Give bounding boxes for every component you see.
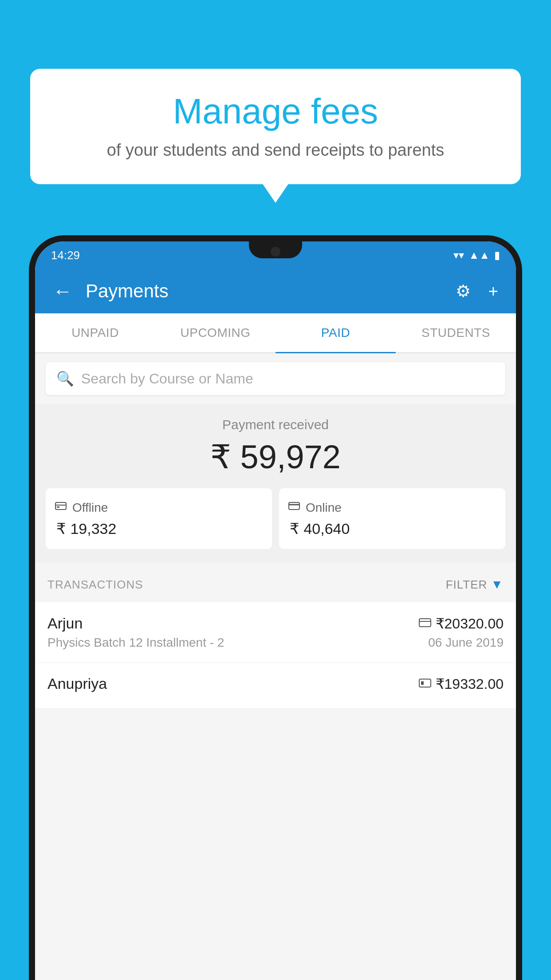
phone-notch	[249, 241, 302, 258]
filter-button[interactable]: FILTER ▼	[446, 577, 504, 592]
student-name: Arjun	[47, 615, 83, 632]
wifi-icon: ▾▾	[453, 249, 464, 261]
tab-upcoming[interactable]: UPCOMING	[155, 313, 276, 352]
payment-total-amount: ₹ 59,972	[44, 438, 507, 476]
search-bar[interactable]: 🔍 Search by Course or Name	[46, 362, 505, 395]
svg-rect-3	[289, 502, 299, 510]
svg-rect-7	[419, 679, 431, 687]
search-icon: 🔍	[56, 370, 74, 387]
settings-button[interactable]: ⚙	[451, 277, 475, 305]
payment-received-label: Payment received	[44, 417, 507, 432]
transaction-top: Arjun ₹20320.00	[47, 615, 504, 632]
signal-icon: ▲▲	[468, 249, 490, 261]
date-info: 06 June 2019	[428, 636, 504, 650]
online-amount: ₹ 40,640	[288, 520, 496, 537]
online-icon	[288, 500, 300, 515]
cash-payment-icon	[419, 677, 431, 691]
tabs-container: UNPAID UPCOMING PAID STUDENTS	[35, 313, 516, 353]
amount-info: ₹19332.00	[419, 676, 504, 692]
offline-label: Offline	[72, 501, 108, 515]
status-time: 14:29	[51, 249, 80, 262]
status-icons: ▾▾ ▲▲ ▮	[453, 249, 500, 261]
student-name: Anupriya	[47, 675, 107, 692]
online-card-header: Online	[288, 500, 496, 515]
transaction-row[interactable]: Arjun ₹20320.00 Physics Batch 12 Install…	[35, 602, 516, 663]
speech-bubble: Manage fees of your students and send re…	[30, 69, 521, 184]
transaction-bottom: Physics Batch 12 Installment - 2 06 June…	[47, 636, 504, 650]
battery-icon: ▮	[494, 249, 500, 261]
transaction-row[interactable]: Anupriya ₹19332.00	[35, 663, 516, 709]
main-content: 🔍 Search by Course or Name Payment recei…	[35, 353, 516, 709]
offline-icon	[55, 500, 67, 515]
offline-card: Offline ₹ 19,332	[46, 488, 272, 549]
add-button[interactable]: +	[484, 277, 503, 305]
app-title: Payments	[86, 281, 442, 302]
svg-rect-2	[57, 506, 59, 508]
transactions-header: TRANSACTIONS FILTER ▼	[35, 567, 516, 602]
phone-screen: 14:29 ▾▾ ▲▲ ▮ ← Payments ⚙ + UNPAID UPCO…	[35, 241, 516, 980]
bubble-subtitle: of your students and send receipts to pa…	[48, 141, 503, 160]
offline-card-header: Offline	[55, 500, 263, 515]
tab-unpaid[interactable]: UNPAID	[35, 313, 155, 352]
offline-amount: ₹ 19,332	[55, 520, 263, 537]
amount-info: ₹20320.00	[419, 615, 504, 632]
search-placeholder: Search by Course or Name	[81, 371, 253, 387]
course-info: Physics Batch 12 Installment - 2	[47, 636, 224, 650]
svg-rect-0	[55, 502, 66, 510]
online-label: Online	[306, 501, 342, 515]
svg-rect-5	[419, 619, 431, 627]
phone-frame: 14:29 ▾▾ ▲▲ ▮ ← Payments ⚙ + UNPAID UPCO…	[29, 235, 522, 980]
payment-cards: Offline ₹ 19,332 Online	[44, 488, 507, 549]
online-card: Online ₹ 40,640	[279, 488, 505, 549]
camera	[271, 247, 280, 257]
filter-icon: ▼	[491, 577, 504, 592]
svg-rect-8	[421, 681, 424, 685]
tab-paid[interactable]: PAID	[276, 313, 396, 352]
transaction-amount: ₹19332.00	[436, 676, 504, 692]
transactions-label: TRANSACTIONS	[47, 578, 143, 592]
card-payment-icon	[419, 616, 431, 631]
transaction-top: Anupriya ₹19332.00	[47, 675, 504, 692]
bubble-title: Manage fees	[48, 91, 503, 132]
tab-students[interactable]: STUDENTS	[396, 313, 516, 352]
filter-label: FILTER	[446, 578, 488, 592]
transaction-amount: ₹20320.00	[436, 615, 504, 632]
app-bar: ← Payments ⚙ +	[35, 269, 516, 313]
payment-summary: Payment received ₹ 59,972	[35, 404, 516, 562]
back-button[interactable]: ←	[48, 276, 77, 307]
